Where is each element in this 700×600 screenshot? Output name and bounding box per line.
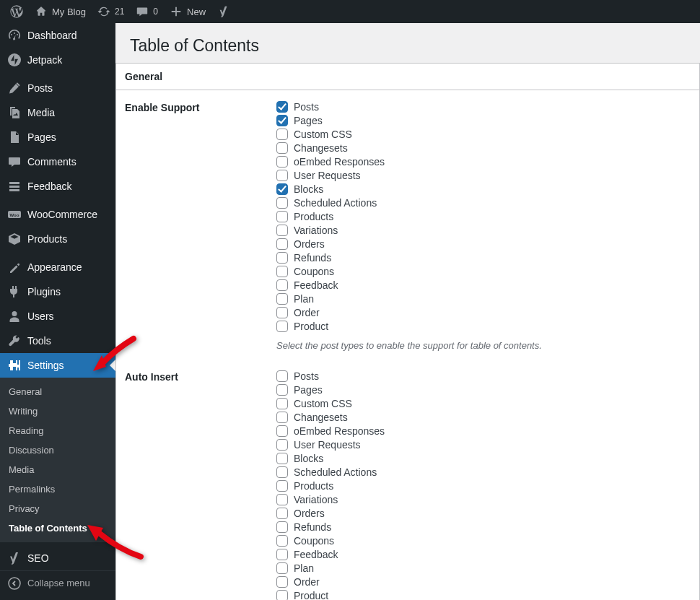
submenu-reading[interactable]: Reading <box>0 421 115 440</box>
sidebar-item-media[interactable]: Media <box>0 100 115 125</box>
enable-support-option[interactable]: Orders <box>276 238 691 251</box>
auto-insert-option[interactable]: Coupons <box>276 534 691 547</box>
submenu-writing[interactable]: Writing <box>0 401 115 421</box>
enable-support-checkbox[interactable] <box>276 197 288 209</box>
sidebar-item-woocommerce[interactable]: Woo WooCommerce <box>0 202 115 227</box>
enable-support-option[interactable]: Pages <box>276 114 691 127</box>
auto-insert-option[interactable]: Variations <box>276 493 691 506</box>
enable-support-checkbox[interactable] <box>276 101 288 113</box>
enable-support-checkbox[interactable] <box>276 252 288 264</box>
adminbar-site-name[interactable]: My Blog <box>29 0 92 23</box>
submenu-discussion[interactable]: Discussion <box>0 440 115 460</box>
auto-insert-checkbox[interactable] <box>276 370 288 382</box>
auto-insert-checkbox[interactable] <box>276 480 288 492</box>
sidebar-item-jetpack[interactable]: Jetpack <box>0 48 115 72</box>
enable-support-checkbox[interactable] <box>276 279 288 291</box>
auto-insert-checkbox[interactable] <box>276 562 288 574</box>
enable-support-option[interactable]: Variations <box>276 224 691 237</box>
adminbar-updates[interactable]: 21 <box>92 0 130 23</box>
auto-insert-option[interactable]: Refunds <box>276 521 691 534</box>
enable-support-option[interactable]: Plan <box>276 292 691 305</box>
submenu-permalinks[interactable]: Permalinks <box>0 479 115 499</box>
auto-insert-option[interactable]: Feedback <box>276 548 691 561</box>
adminbar-yoast[interactable] <box>211 0 236 23</box>
auto-insert-option[interactable]: Pages <box>276 383 691 396</box>
auto-insert-checkbox[interactable] <box>276 412 288 423</box>
auto-insert-checkbox[interactable] <box>276 466 288 478</box>
auto-insert-checkbox[interactable] <box>276 535 288 547</box>
sidebar-item-seo[interactable]: SEO <box>0 546 115 570</box>
auto-insert-option[interactable]: Scheduled Actions <box>276 466 691 479</box>
submenu-general[interactable]: General <box>0 382 115 401</box>
enable-support-checkbox[interactable] <box>276 115 288 126</box>
enable-support-checkbox[interactable] <box>276 156 288 168</box>
auto-insert-checkbox[interactable] <box>276 590 288 600</box>
enable-support-checkbox[interactable] <box>276 293 288 305</box>
enable-support-option[interactable]: Order <box>276 306 691 319</box>
sidebar-item-users[interactable]: Users <box>0 304 115 329</box>
sidebar-item-posts[interactable]: Posts <box>0 76 115 100</box>
enable-support-option[interactable]: Blocks <box>276 183 691 196</box>
enable-support-checkbox[interactable] <box>276 211 288 222</box>
submenu-privacy[interactable]: Privacy <box>0 499 115 518</box>
sidebar-item-tools[interactable]: Tools <box>0 329 115 353</box>
submenu-media[interactable]: Media <box>0 460 115 479</box>
sidebar-item-dashboard[interactable]: Dashboard <box>0 23 115 48</box>
auto-insert-option[interactable]: Posts <box>276 370 691 383</box>
auto-insert-option[interactable]: User Requests <box>276 438 691 451</box>
sidebar-item-settings[interactable]: Settings <box>0 353 115 378</box>
sidebar-item-appearance[interactable]: Appearance <box>0 255 115 279</box>
auto-insert-option[interactable]: Orders <box>276 507 691 520</box>
enable-support-checkbox[interactable] <box>276 129 288 140</box>
auto-insert-checkbox[interactable] <box>276 549 288 560</box>
auto-insert-option[interactable]: Custom CSS <box>276 397 691 410</box>
auto-insert-checkbox[interactable] <box>276 453 288 464</box>
enable-support-option[interactable]: Custom CSS <box>276 128 691 141</box>
enable-support-checkbox[interactable] <box>276 142 288 154</box>
auto-insert-option[interactable]: Product <box>276 589 691 600</box>
auto-insert-fields: PostsPagesCustom CSSChangesetsoEmbed Res… <box>276 370 691 600</box>
enable-support-option[interactable]: oEmbed Responses <box>276 155 691 168</box>
adminbar-new[interactable]: New <box>164 0 211 23</box>
enable-support-checkbox[interactable] <box>276 266 288 277</box>
auto-insert-checkbox[interactable] <box>276 384 288 396</box>
sidebar-item-pages[interactable]: Pages <box>0 125 115 149</box>
collapse-menu[interactable]: Collapse menu <box>0 570 115 595</box>
enable-support-checkbox[interactable] <box>276 321 288 332</box>
auto-insert-checkbox[interactable] <box>276 398 288 409</box>
enable-support-checkbox[interactable] <box>276 307 288 318</box>
enable-support-option[interactable]: Coupons <box>276 265 691 278</box>
enable-support-option[interactable]: Product <box>276 320 691 333</box>
submenu-table-of-contents[interactable]: Table of Contents <box>0 518 115 538</box>
enable-support-option[interactable]: Products <box>276 210 691 223</box>
enable-support-option[interactable]: Posts <box>276 100 691 113</box>
auto-insert-checkbox[interactable] <box>276 494 288 505</box>
enable-support-option[interactable]: Feedback <box>276 279 691 292</box>
sidebar-item-products[interactable]: Products <box>0 227 115 251</box>
auto-insert-option[interactable]: Blocks <box>276 452 691 465</box>
sidebar-item-comments[interactable]: Comments <box>0 149 115 174</box>
auto-insert-checkbox[interactable] <box>276 439 288 451</box>
enable-support-checkbox[interactable] <box>276 238 288 250</box>
auto-insert-option[interactable]: Order <box>276 575 691 588</box>
enable-support-checkbox[interactable] <box>276 225 288 236</box>
enable-support-checkbox[interactable] <box>276 170 288 181</box>
auto-insert-option-label: Blocks <box>294 453 323 464</box>
sidebar-item-plugins[interactable]: Plugins <box>0 279 115 304</box>
auto-insert-option[interactable]: Changesets <box>276 411 691 424</box>
auto-insert-checkbox[interactable] <box>276 521 288 533</box>
adminbar-wp-logo[interactable] <box>4 0 29 23</box>
adminbar-comments[interactable]: 0 <box>130 0 164 23</box>
auto-insert-option[interactable]: Plan <box>276 562 691 575</box>
sidebar-item-feedback[interactable]: Feedback <box>0 174 115 199</box>
auto-insert-checkbox[interactable] <box>276 425 288 437</box>
enable-support-option[interactable]: Refunds <box>276 251 691 264</box>
enable-support-option[interactable]: Changesets <box>276 142 691 155</box>
enable-support-checkbox[interactable] <box>276 183 288 195</box>
enable-support-option[interactable]: User Requests <box>276 169 691 182</box>
auto-insert-option[interactable]: oEmbed Responses <box>276 425 691 438</box>
enable-support-option[interactable]: Scheduled Actions <box>276 196 691 209</box>
auto-insert-checkbox[interactable] <box>276 508 288 519</box>
auto-insert-checkbox[interactable] <box>276 576 288 588</box>
auto-insert-option[interactable]: Products <box>276 479 691 492</box>
